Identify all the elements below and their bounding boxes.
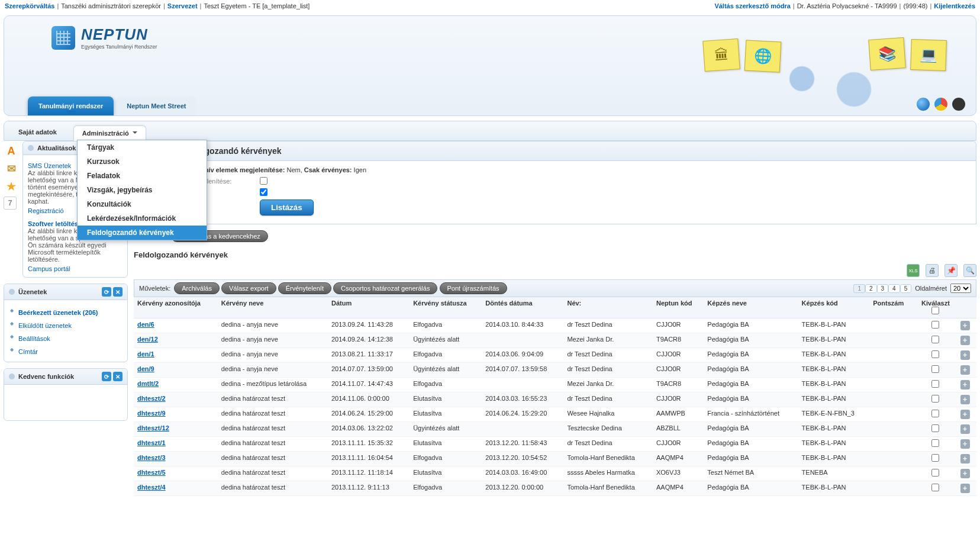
pager-button[interactable]: 2 (865, 284, 877, 293)
row-expand-button[interactable]: + (960, 439, 970, 449)
row-checkbox[interactable] (931, 321, 939, 329)
request-link[interactable]: den/6 (137, 321, 154, 328)
sidebar-link[interactable]: Elküldött üzenetek (18, 322, 122, 329)
dropdown-item[interactable]: Feldolgozandó kérvények (78, 226, 207, 240)
topbar-item[interactable]: Szerepkörváltás (5, 2, 54, 9)
pager-button[interactable]: 3 (877, 284, 889, 293)
dropdown-item[interactable]: Kurzusok (78, 155, 207, 169)
page-tab[interactable]: Saját adatok (10, 125, 65, 140)
dropdown-item[interactable]: Tárgyak (78, 140, 207, 155)
dropdown-item[interactable]: Konzultációk (78, 197, 207, 211)
print-icon[interactable]: 🖨 (926, 264, 939, 277)
topbar-item[interactable]: Váltás szerkesztő módra (714, 2, 790, 9)
row-checkbox[interactable] (931, 424, 939, 432)
refresh-icon[interactable]: ⟳ (102, 372, 111, 381)
request-link[interactable]: dhteszt/1 (137, 439, 166, 446)
row-expand-button[interactable]: + (960, 321, 970, 330)
column-header[interactable]: Neptun kód (653, 297, 704, 318)
sidebar-link[interactable]: Beállítások (18, 335, 122, 342)
row-expand-button[interactable]: + (960, 410, 970, 419)
close-icon[interactable]: ✕ (113, 372, 122, 381)
column-header[interactable]: Név: (563, 297, 653, 318)
refresh-icon[interactable]: ⟳ (102, 287, 111, 297)
main-tab[interactable]: Tanulmányi rendszer (28, 96, 114, 115)
main-tabs: Tanulmányi rendszerNeptun Meet Street (28, 96, 199, 115)
sidebar-link[interactable]: Címtár (18, 348, 122, 355)
request-link[interactable]: den/12 (137, 336, 158, 343)
request-link[interactable]: dhteszt/9 (137, 410, 166, 417)
column-header[interactable]: Kérvény státusza (410, 297, 482, 318)
dropdown-item[interactable]: Lekérdezések/Információk (78, 211, 207, 226)
row-checkbox[interactable] (931, 350, 939, 358)
request-link[interactable]: den/9 (137, 365, 154, 372)
topbar-item[interactable]: Kijelentkezés (934, 2, 975, 9)
topbar-item[interactable]: Szervezet (167, 2, 198, 9)
row-checkbox[interactable] (931, 410, 939, 417)
table-row: dhteszt/5dedina határozat teszt2013.11.1… (134, 466, 976, 481)
request-link[interactable]: dhteszt/3 (137, 454, 166, 461)
row-expand-button[interactable]: + (960, 424, 970, 434)
table-op-button[interactable]: Pont újraszámítás (440, 282, 507, 294)
row-expand-button[interactable]: + (960, 454, 970, 464)
pager-button[interactable]: 1 (853, 284, 865, 293)
sidebar-link[interactable]: Beérkezett üzenetek (206) (18, 309, 122, 316)
row-expand-button[interactable]: + (960, 336, 970, 345)
request-link[interactable]: dmtlt/2 (137, 380, 159, 387)
request-link[interactable]: dhteszt/2 (137, 395, 166, 402)
valid-checkbox[interactable] (260, 188, 267, 196)
row-expand-button[interactable]: + (960, 350, 970, 360)
row-checkbox[interactable] (931, 484, 939, 491)
xls-icon[interactable]: XLS (907, 264, 920, 277)
column-header[interactable]: Dátum (328, 297, 410, 318)
row-checkbox[interactable] (931, 454, 939, 462)
row-checkbox[interactable] (931, 469, 939, 477)
dropdown-item[interactable]: Feladatok (78, 169, 207, 183)
select-all-checkbox[interactable] (931, 307, 939, 314)
globe-icon[interactable] (917, 98, 930, 111)
request-link[interactable]: dhteszt/12 (137, 424, 169, 432)
table-op-button[interactable]: Csoportos határozat generálás (333, 282, 437, 294)
row-expand-button[interactable]: + (960, 365, 970, 375)
column-header[interactable]: Kérvény neve (218, 297, 328, 318)
column-header[interactable]: Képzés neve (704, 297, 798, 318)
row-checkbox[interactable] (931, 380, 939, 388)
search-icon[interactable]: 🔍 (963, 264, 976, 277)
pager-button[interactable]: 4 (888, 284, 900, 293)
logo-icon (51, 26, 75, 50)
campus-link[interactable]: Campus portál (28, 265, 122, 272)
row-checkbox[interactable] (931, 336, 939, 343)
accessibility-icon[interactable] (952, 98, 965, 111)
main-tab[interactable]: Neptun Meet Street (116, 96, 196, 115)
column-header[interactable]: Pontszám (869, 297, 914, 318)
request-link[interactable]: dhteszt/5 (137, 469, 166, 476)
logo-title: NEPTUN (81, 25, 157, 44)
column-header[interactable]: Képzés kód (798, 297, 870, 318)
row-expand-button[interactable]: + (960, 469, 970, 478)
pie-icon[interactable] (934, 98, 947, 111)
pagesize-select[interactable]: 20 (950, 284, 971, 293)
column-header[interactable]: Kérvény azonosítója (134, 297, 218, 318)
table-op-button[interactable]: Archiválás (174, 282, 220, 294)
row-expand-button[interactable]: + (960, 484, 970, 493)
dropdown-item[interactable]: Vizsgák, jegybeírás (78, 183, 207, 197)
list-button[interactable]: Listázás (260, 199, 314, 215)
table-row: den/9dedina - anyja neve2014.07.07. 13:5… (134, 363, 976, 378)
request-link[interactable]: den/1 (137, 350, 154, 358)
table-op-button[interactable]: Válasz export (221, 282, 276, 294)
row-checkbox[interactable] (931, 365, 939, 373)
row-checkbox[interactable] (931, 439, 939, 447)
column-header[interactable]: Döntés dátuma (482, 297, 563, 318)
row-expand-button[interactable]: + (960, 380, 970, 390)
pin-icon[interactable]: 📌 (944, 264, 958, 277)
pager-button[interactable]: 5 (900, 284, 912, 293)
row-checkbox[interactable] (931, 395, 939, 403)
logo-subtitle: Egységes Tanulmányi Rendszer (81, 44, 157, 50)
table-row: den/1dedina - anyja neve2013.08.21. 11:3… (134, 348, 976, 363)
table-op-button[interactable]: Érvénytelenít (278, 282, 331, 294)
arch-value: Nem (286, 166, 300, 173)
page-tab[interactable]: Adminisztráció (73, 125, 146, 141)
close-icon[interactable]: ✕ (113, 287, 122, 297)
row-expand-button[interactable]: + (960, 395, 970, 404)
arch-checkbox[interactable] (260, 177, 267, 185)
request-link[interactable]: dhteszt/4 (137, 484, 166, 491)
